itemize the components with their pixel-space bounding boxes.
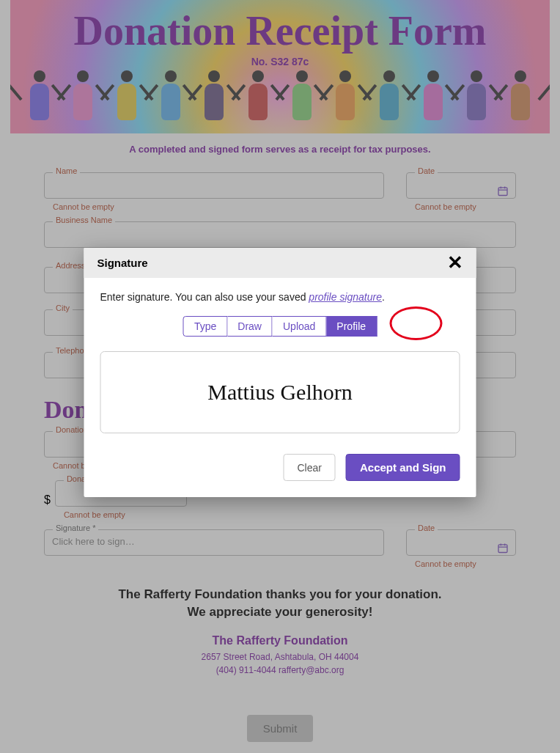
modal-desc-prefix: Enter signature. You can also use your s… <box>100 291 309 303</box>
tab-draw[interactable]: Draw <box>227 316 273 337</box>
profile-signature-link[interactable]: profile signature <box>309 291 382 303</box>
signature-modal: Signature ✕ Enter signature. You can als… <box>84 248 476 497</box>
modal-title: Signature <box>97 257 148 269</box>
currency-symbol: $ <box>44 493 51 507</box>
modal-desc-suffix: . <box>382 291 385 303</box>
signature-tabs: Type Draw Upload Profile <box>100 316 460 337</box>
signature-preview[interactable]: Mattius Gelhorn <box>100 351 460 433</box>
highlight-circle <box>390 306 443 340</box>
accept-sign-button[interactable]: Accept and Sign <box>346 454 460 481</box>
tab-type[interactable]: Type <box>183 316 227 337</box>
clear-button[interactable]: Clear <box>284 454 336 481</box>
close-icon[interactable]: ✕ <box>447 257 463 269</box>
tab-profile[interactable]: Profile <box>326 316 377 337</box>
tab-upload[interactable]: Upload <box>273 316 326 337</box>
modal-header: Signature ✕ <box>84 248 476 278</box>
modal-description: Enter signature. You can also use your s… <box>100 291 460 303</box>
